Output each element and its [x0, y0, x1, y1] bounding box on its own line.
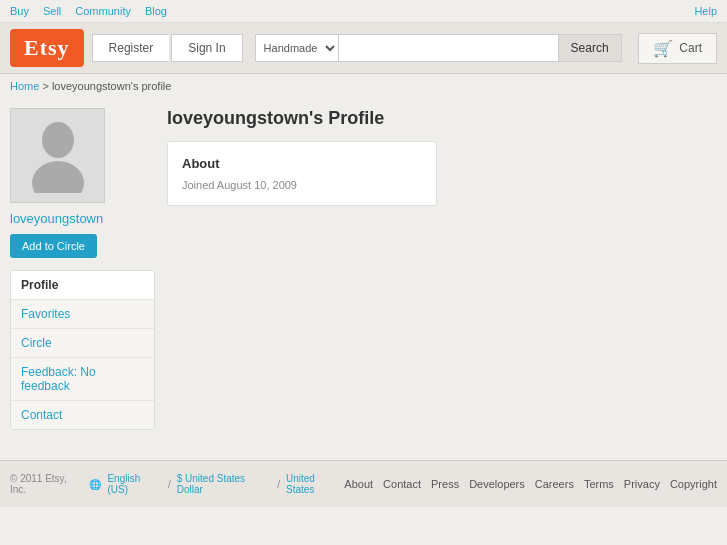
blog-link[interactable]: Blog [145, 5, 167, 17]
register-button[interactable]: Register [92, 34, 170, 62]
currency-link[interactable]: $ United States Dollar [177, 473, 272, 495]
svg-point-1 [32, 161, 84, 193]
cart-icon: 🛒 [653, 39, 673, 58]
footer-link[interactable]: Privacy [624, 478, 660, 490]
community-link[interactable]: Community [75, 5, 131, 17]
buy-link[interactable]: Buy [10, 5, 29, 17]
avatar [10, 108, 105, 203]
username-link[interactable]: loveyoungstown [10, 211, 155, 226]
footer: © 2011 Etsy, Inc. 🌐 English (US) / $ Uni… [0, 460, 727, 507]
sidebar-nav-item[interactable]: Contact [11, 401, 154, 429]
sell-link[interactable]: Sell [43, 5, 61, 17]
footer-link[interactable]: About [344, 478, 373, 490]
top-navigation: Buy Sell Community Blog Help [0, 0, 727, 23]
breadcrumb-current: loveyoungstown's profile [52, 80, 172, 92]
about-box: About Joined August 10, 2009 [167, 141, 437, 206]
search-input[interactable] [339, 34, 559, 62]
help-link[interactable]: Help [694, 5, 717, 17]
avatar-silhouette [28, 118, 88, 193]
sidebar-nav-item[interactable]: Favorites [11, 300, 154, 329]
footer-separator1: / [168, 479, 171, 490]
search-category-select[interactable]: Handmade Vintage Supplies [255, 34, 339, 62]
footer-links: AboutContactPressDevelopersCareersTermsP… [344, 478, 717, 490]
etsy-logo[interactable]: Etsy [10, 29, 84, 67]
svg-point-0 [42, 122, 74, 158]
footer-link[interactable]: Terms [584, 478, 614, 490]
globe-icon: 🌐 [89, 479, 101, 490]
about-heading: About [182, 156, 422, 171]
footer-link[interactable]: Contact [383, 478, 421, 490]
breadcrumb-home[interactable]: Home [10, 80, 39, 92]
sidebar-nav-item: Profile [11, 271, 154, 300]
top-nav-links: Buy Sell Community Blog [10, 5, 167, 17]
sidebar-nav-item[interactable]: Circle [11, 329, 154, 358]
joined-date: Joined August 10, 2009 [182, 179, 422, 191]
language-link[interactable]: English (US) [107, 473, 162, 495]
sidebar: loveyoungstown Add to Circle ProfileFavo… [10, 108, 155, 430]
search-form: Handmade Vintage Supplies Search [255, 34, 639, 62]
cart-label: Cart [679, 41, 702, 55]
copyright: © 2011 Etsy, Inc. [10, 473, 83, 495]
profile-content: loveyoungstown's Profile About Joined Au… [167, 108, 717, 430]
breadcrumb-separator: > [42, 80, 51, 92]
main-content: loveyoungstown Add to Circle ProfileFavo… [0, 98, 727, 440]
search-button[interactable]: Search [559, 34, 622, 62]
signin-button[interactable]: Sign In [171, 34, 242, 62]
footer-link[interactable]: Copyright [670, 478, 717, 490]
sidebar-navigation: ProfileFavoritesCircleFeedback: No feedb… [10, 270, 155, 430]
cart-area[interactable]: 🛒 Cart [638, 33, 717, 64]
site-header: Etsy Register Sign In Handmade Vintage S… [0, 23, 727, 74]
add-to-circle-button[interactable]: Add to Circle [10, 234, 97, 258]
top-nav-right: Help [694, 4, 717, 18]
footer-left: © 2011 Etsy, Inc. 🌐 English (US) / $ Uni… [10, 473, 344, 495]
footer-separator2: / [277, 479, 280, 490]
footer-link[interactable]: Careers [535, 478, 574, 490]
country-link[interactable]: United States [286, 473, 344, 495]
page-title: loveyoungstown's Profile [167, 108, 717, 129]
footer-link[interactable]: Developers [469, 478, 525, 490]
sidebar-nav-item[interactable]: Feedback: No feedback [11, 358, 154, 401]
breadcrumb: Home > loveyoungstown's profile [0, 74, 727, 98]
footer-link[interactable]: Press [431, 478, 459, 490]
